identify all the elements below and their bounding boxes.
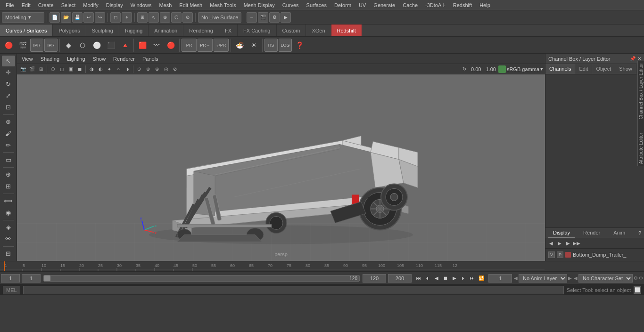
move-tool[interactable]: ✛ (2, 67, 15, 78)
shelf-icon-pr1[interactable]: PR (182, 39, 197, 52)
go-start-btn[interactable]: ⏮ (414, 274, 423, 283)
script-type-label[interactable]: MEL (3, 286, 20, 294)
vp-icon-xray[interactable]: ◑ (87, 65, 96, 73)
open-file-btn[interactable]: 📂 (61, 12, 71, 23)
vp-icon-extra4[interactable]: ◎ (162, 65, 170, 73)
shelf-icon-ipr[interactable]: IPR (30, 39, 43, 52)
snap-curve-btn[interactable]: ∿ (149, 12, 159, 23)
region-select[interactable]: ▭ (2, 154, 15, 165)
channel-box-vertical-tab[interactable]: Channel Box / Layer Editor (638, 61, 644, 121)
play-back-btn[interactable]: ◀ (432, 274, 441, 283)
paint-tool[interactable]: 🖌 (2, 128, 15, 139)
layer-row[interactable]: V P Bottom_Dump_Trailer_ (546, 250, 643, 260)
vp-icon-dot[interactable]: ● (105, 65, 114, 73)
vp-menu-show[interactable]: Show (90, 55, 109, 63)
layer-right-arrow-btn[interactable]: ▶ (556, 240, 563, 247)
command-input[interactable] (23, 286, 564, 294)
layer-tab-display[interactable]: Display (548, 228, 575, 238)
shelf-icon-light[interactable]: ◆ (62, 39, 75, 52)
shelf-icon-pr3[interactable]: ⇄PR (214, 39, 229, 52)
snap-surface-btn[interactable]: ⬡ (171, 12, 182, 23)
char-set-select[interactable]: No Character Set (578, 274, 633, 283)
frame-display-input[interactable]: 1 (488, 274, 512, 283)
menu-mesh-display[interactable]: Mesh Display (240, 1, 279, 9)
lasso-btn[interactable]: ⌖ (122, 12, 132, 23)
attribute-editor-vertical-tab[interactable]: Attribute Editor (638, 131, 644, 166)
anim-layer-chevron[interactable]: ◀ (514, 275, 518, 281)
tab-sculpting[interactable]: Sculpting (86, 24, 119, 36)
shelf-icon-2[interactable]: 🎬 (16, 39, 29, 52)
render-btn[interactable]: 🎬 (258, 12, 268, 23)
shelf-icon-rs1[interactable]: RS (264, 39, 278, 52)
menu-deform[interactable]: Deform (330, 1, 355, 9)
vp-menu-lighting[interactable]: Lighting (64, 55, 88, 63)
sculpt-tool[interactable]: ✏ (2, 140, 15, 151)
shelf-icon-sphere[interactable]: ⚪ (90, 39, 103, 52)
timeline-area[interactable]: 1 5 10 15 20 25 30 35 40 45 50 55 60 65 … (0, 261, 644, 271)
shelf-icon-mat2[interactable]: 〰 (150, 39, 163, 52)
menu-3dtoa[interactable]: -3DtoAll- (421, 1, 449, 9)
vp-rotate-icon[interactable]: ↻ (460, 65, 469, 73)
vp-icon-arc[interactable]: ◗ (123, 65, 132, 73)
viewport-canvas[interactable]: x y z persp (17, 74, 545, 261)
menu-display[interactable]: Display (102, 1, 127, 9)
vp-icon-extra5[interactable]: ⊘ (171, 65, 179, 73)
tab-rendering[interactable]: Rendering (183, 24, 219, 36)
menu-generate[interactable]: Generate (370, 1, 399, 9)
layer-help-icon[interactable]: ? (638, 230, 641, 236)
vp-icon-circle[interactable]: ○ (114, 65, 123, 73)
stop-btn[interactable]: ⏹ (441, 274, 450, 283)
menu-create[interactable]: Create (34, 1, 58, 9)
shelf-icon-bucket[interactable]: IPR (44, 39, 58, 52)
vp-menu-panels[interactable]: Panels (140, 55, 161, 63)
history-btn[interactable]: ⏤ (247, 12, 257, 23)
new-file-btn[interactable]: 📄 (50, 12, 60, 23)
shelf-icon-rs2[interactable]: LOG (279, 39, 292, 52)
scale-tool[interactable]: ⤢ (2, 90, 15, 101)
display-layer[interactable]: ⊟ (2, 249, 15, 259)
menu-edit[interactable]: Edit (18, 1, 34, 9)
menu-file[interactable]: File (2, 1, 18, 9)
range-end-input[interactable] (363, 274, 386, 283)
snap-view-btn[interactable]: ⊙ (182, 12, 193, 23)
redo-btn[interactable]: ↪ (95, 12, 105, 23)
layer-tab-anim[interactable]: Anim (609, 228, 630, 238)
layer-visibility-btn[interactable]: V (548, 251, 555, 258)
rotate-tool[interactable]: ↻ (2, 79, 15, 89)
panel-close-icon[interactable]: ✕ (637, 56, 641, 61)
workspace-dropdown[interactable]: Modeling ▾ (2, 12, 44, 23)
shelf-icon-bowl[interactable]: 🍜 (233, 39, 246, 52)
snap-grid-btn[interactable]: ⊞ (137, 12, 148, 23)
no-live-surface[interactable]: No Live Surface (198, 12, 241, 23)
vp-icon-wire[interactable]: ⬡ (49, 65, 57, 73)
last-tool[interactable]: ⊡ (2, 102, 15, 113)
tab-curves-surfaces[interactable]: Curves / Surfaces (0, 24, 53, 36)
layer-playback-btn[interactable]: P (557, 251, 563, 258)
loop-btn[interactable]: 🔁 (477, 274, 486, 283)
shelf-icon-cone[interactable]: 🔺 (118, 39, 132, 52)
shelf-icon-cube[interactable]: ⬛ (104, 39, 117, 52)
symmetry-toggle[interactable]: ⟺ (2, 196, 15, 207)
channel-tab-object[interactable]: Object (592, 64, 615, 74)
vp-menu-view[interactable]: View (19, 55, 36, 63)
channel-tab-channels[interactable]: Channels (545, 64, 575, 74)
menu-mesh[interactable]: Mesh (155, 1, 175, 9)
show-hide[interactable]: 👁 (2, 234, 15, 244)
menu-windows[interactable]: Windows (127, 1, 156, 9)
select-tool[interactable]: ↖ (2, 56, 15, 66)
menu-help[interactable]: Help (476, 1, 494, 9)
select-btn[interactable]: ◻ (110, 12, 121, 23)
undo-btn[interactable]: ↩ (83, 12, 94, 23)
render-settings-btn[interactable]: ⚙ (269, 12, 280, 23)
shelf-icon-pr2[interactable]: PR→ (198, 39, 213, 52)
tab-polygons[interactable]: Polygons (53, 24, 86, 36)
layer-right-arrow2-btn[interactable]: ▶ (564, 240, 572, 247)
shelf-icon-mat1[interactable]: 🟥 (136, 39, 149, 52)
panel-pin-icon[interactable]: 📌 (630, 56, 636, 61)
vp-icon-ao[interactable]: ◼ (75, 65, 84, 73)
vp-icon-extra2[interactable]: ⊚ (144, 65, 152, 73)
current-frame-input[interactable]: 1 (1, 274, 20, 283)
vp-icon-camera[interactable]: 📷 (19, 65, 27, 73)
tab-xgen[interactable]: XGen (306, 24, 331, 36)
tab-fx-caching[interactable]: FX Caching (238, 24, 276, 36)
